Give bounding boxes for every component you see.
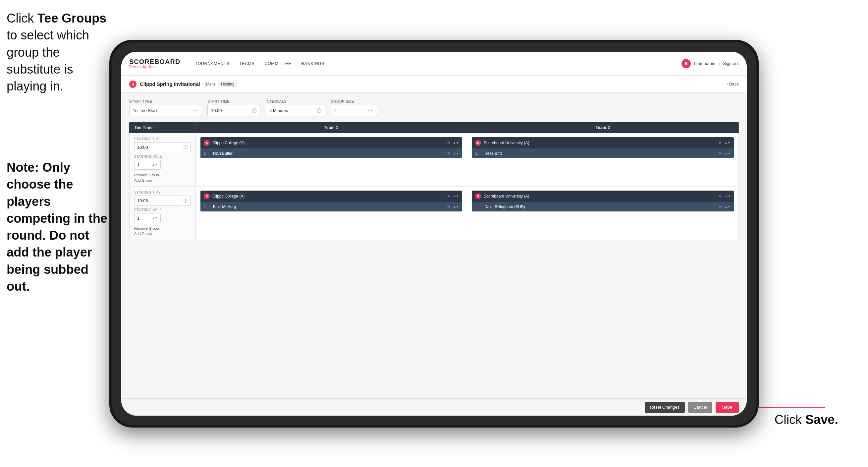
tablet-frame: SCOREBOARD Powered by clippd TOURNAMENTS…	[109, 40, 759, 428]
team2-card-actions-2: ✕ ▲▼	[719, 194, 731, 199]
bottom-bar: Reset Changes Cancel Save	[121, 399, 747, 416]
team2-col-2: S Scoreboard University (A) ✕ ▲▼ Dave Bi…	[467, 186, 739, 240]
group-time-col-2: STARTING TIME: 10:05 🕙 STARTING HOLE: 1 …	[129, 186, 196, 240]
hole-spinner-1: ▲▼	[152, 164, 158, 166]
team2-card-header-1: S Scoreboard University (A) ✕ ▲▼	[472, 137, 734, 148]
nav-committee[interactable]: COMMITTEE	[260, 59, 295, 68]
add-group-btn-2[interactable]: Add Group	[134, 232, 191, 236]
nav-tournaments[interactable]: TOURNAMENTS	[191, 59, 233, 68]
th-team2: Team 2	[467, 122, 739, 133]
team1-card-header-1: B Clippd College (A) ✕ ▲▼	[200, 137, 462, 148]
user-name: blair admin	[694, 61, 715, 66]
group-size-input[interactable]: 2 ▲▼	[331, 105, 377, 116]
team2-icon-1: S	[475, 140, 481, 146]
time-input-1[interactable]: 10:00 🕙	[134, 142, 191, 152]
cancel-button[interactable]: Cancel	[688, 402, 712, 413]
th-tee-time: Tee Time	[129, 122, 195, 133]
intervals-clock-icon: 🕙	[316, 108, 322, 113]
note-instruction: Note: Only choose the players competing …	[7, 159, 113, 295]
add-group-btn-1[interactable]: Add Group	[134, 178, 191, 182]
nav-teams[interactable]: TEAMS	[235, 59, 258, 68]
team2-card-header-2: S Scoreboard University (A) ✕ ▲▼	[472, 191, 734, 202]
tee-groups-bold: Tee Groups	[37, 11, 106, 25]
hole-spinner-2: ▲▼	[152, 217, 158, 220]
player-arrows-1-1: ▲▼	[453, 152, 459, 155]
start-type-field: Start Type 1st Tee Start ▲▼	[129, 99, 202, 116]
team1-card-2: B Clippd College (A) ✕ ▲▼ 2. Blair McHar…	[200, 191, 462, 211]
team1-card-actions-1: ✕ ▲▼	[447, 141, 459, 145]
team1-col-2: B Clippd College (A) ✕ ▲▼ 2. Blair McHar…	[196, 186, 467, 240]
group-size-label: Group Size	[331, 99, 377, 104]
player-arrows-2-1: ▲▼	[724, 152, 731, 155]
gender-badge: (Men)	[205, 82, 215, 87]
team2-arrows-2: ▲▼	[724, 195, 731, 198]
hole-input-2[interactable]: 1 ▲▼	[134, 213, 161, 223]
team2-card-1: S Scoreboard University (A) ✕ ▲▼ 1. Rees…	[472, 137, 734, 158]
tournament-badge: B	[129, 81, 136, 88]
team2-icon-2: S	[475, 193, 481, 199]
sign-out-link[interactable]: Sign out	[723, 61, 739, 66]
sub-header: B Clippd Spring Invitational (Men) Hosti…	[121, 76, 747, 93]
start-type-label: Start Type	[129, 99, 202, 104]
team2-remove-2[interactable]: ✕	[719, 194, 722, 199]
player-actions-1-2: ✕ ▲▼	[447, 204, 459, 209]
player-name-2-2: Dave Billingham (SUB)	[484, 204, 716, 209]
save-button[interactable]: Save	[716, 402, 739, 413]
group-size-spinner: ▲▼	[367, 109, 373, 112]
start-time-input[interactable]: 10:00 🕙	[207, 105, 260, 116]
logo-text: SCOREBOARD	[129, 58, 180, 65]
player-row-1-2: 2. Blair McHarg ✕ ▲▼	[200, 202, 462, 211]
tablet-screen: SCOREBOARD Powered by clippd TOURNAMENTS…	[121, 52, 747, 416]
player-arrows-1-2: ▲▼	[453, 205, 459, 208]
start-time-label: Start Time	[207, 99, 260, 104]
team1-icon-1: B	[204, 140, 210, 146]
group-actions-2: Remove Group Add Group	[134, 226, 191, 236]
powered-by: Powered by clippd	[129, 65, 180, 69]
team1-card-actions-2: ✕ ▲▼	[447, 194, 459, 199]
remove-group-btn-1[interactable]: Remove Group	[134, 173, 191, 177]
nav-user: B blair admin | Sign out	[681, 59, 739, 68]
time-input-2[interactable]: 10:05 🕙	[134, 196, 191, 205]
hole-input-1[interactable]: 1 ▲▼	[134, 160, 161, 170]
logo-area: SCOREBOARD Powered by clippd	[129, 58, 180, 69]
intervals-input[interactable]: 5 Minutes 🕙	[266, 105, 326, 116]
groups-area: STARTING TIME: 10:00 🕙 STARTING HOLE: 1 …	[129, 133, 739, 240]
hosting-badge: Hosting	[218, 81, 237, 87]
user-avatar: B	[681, 59, 691, 68]
starting-hole-label-1: STARTING HOLE:	[134, 155, 191, 158]
start-time-field: Start Time 10:00 🕙	[207, 99, 260, 116]
player-remove-2-1[interactable]: ✕	[719, 151, 722, 156]
group-row: STARTING TIME: 10:00 🕙 STARTING HOLE: 1 …	[129, 133, 739, 186]
time-clock-icon-2: 🕙	[183, 199, 188, 203]
player-number-2-1: 1.	[475, 151, 482, 155]
team2-remove-1[interactable]: ✕	[719, 141, 722, 145]
player-row-1-1: 1. Rich Butler ✕ ▲▼	[200, 148, 462, 158]
save-bold: Save.	[805, 413, 838, 427]
tournament-name: Clippd Spring Invitational	[140, 81, 200, 87]
team2-col-1: S Scoreboard University (A) ✕ ▲▼ 1. Rees…	[467, 133, 739, 186]
team1-remove-2[interactable]: ✕	[447, 194, 450, 199]
team1-arrows-2: ▲▼	[453, 195, 459, 198]
main-content: Start Type 1st Tee Start ▲▼ Start Time 1…	[121, 93, 747, 399]
main-instruction: Click Tee Groups to select which group t…	[7, 10, 109, 95]
remove-group-btn-2[interactable]: Remove Group	[134, 226, 191, 230]
navbar: SCOREBOARD Powered by clippd TOURNAMENTS…	[121, 52, 747, 76]
player-remove-2-2[interactable]: ✕	[719, 204, 722, 209]
nav-links: TOURNAMENTS TEAMS COMMITTEE RANKINGS	[191, 59, 681, 68]
clock-icon: 🕙	[251, 108, 257, 113]
th-team1: Team 1	[195, 122, 467, 133]
group-row-2: STARTING TIME: 10:05 🕙 STARTING HOLE: 1 …	[129, 186, 739, 240]
player-remove-1-1[interactable]: ✕	[447, 151, 450, 156]
team1-card-header-2: B Clippd College (A) ✕ ▲▼	[200, 191, 462, 202]
player-remove-1-2[interactable]: ✕	[447, 204, 450, 209]
sub-header-left: B Clippd Spring Invitational (Men) Hosti…	[129, 81, 726, 88]
nav-rankings[interactable]: RANKINGS	[297, 59, 328, 68]
team1-remove-1[interactable]: ✕	[447, 141, 450, 145]
team2-name-2: Scoreboard University (A)	[484, 194, 716, 199]
reset-button[interactable]: Reset Changes	[645, 402, 685, 413]
back-button[interactable]: Back	[726, 82, 739, 87]
team1-col-1: B Clippd College (A) ✕ ▲▼ 1. Rich Butler	[196, 133, 467, 186]
player-name-1-2: Blair McHarg	[213, 204, 444, 209]
start-type-input[interactable]: 1st Tee Start ▲▼	[129, 105, 202, 116]
team1-arrows-1: ▲▼	[453, 142, 459, 145]
